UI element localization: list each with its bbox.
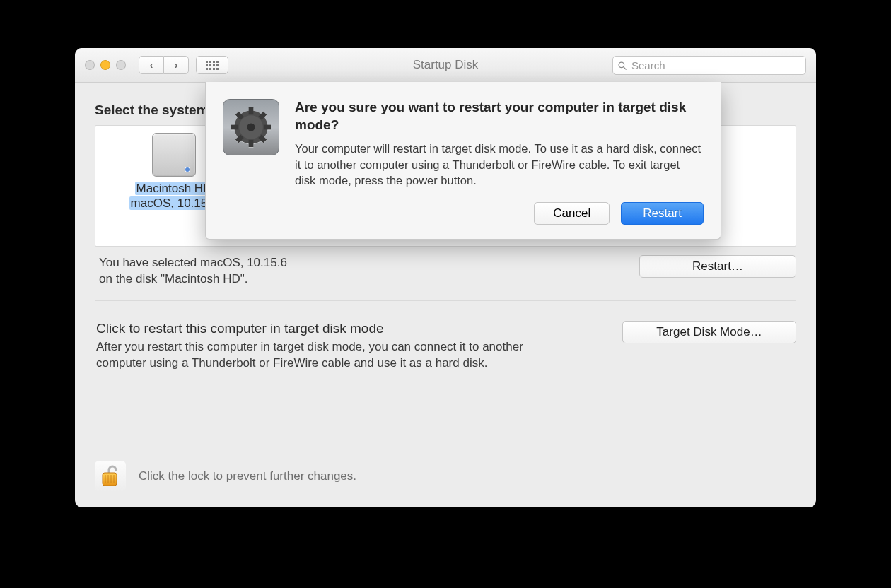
divider (95, 300, 796, 301)
grid-icon (206, 61, 219, 70)
svg-line-1 (624, 66, 627, 69)
chevron-right-icon: › (175, 59, 178, 71)
window-zoom-button[interactable] (116, 60, 126, 70)
svg-rect-2 (103, 473, 117, 486)
target-disk-title: Click to restart this computer in target… (96, 321, 605, 336)
back-button[interactable]: ‹ (139, 56, 163, 74)
svg-point-17 (247, 123, 255, 131)
svg-rect-10 (231, 125, 238, 130)
window-close-button[interactable] (85, 60, 95, 70)
gear-icon (231, 107, 271, 147)
sheet-body: Are you sure you want to restart your co… (295, 99, 704, 225)
lock-help-text: Click the lock to prevent further change… (139, 469, 356, 483)
nav-group: ‹ › (139, 56, 189, 74)
selection-info-text: You have selected macOS, 10.15.6 on the … (95, 255, 622, 288)
svg-rect-11 (264, 125, 271, 130)
titlebar: ‹ › Startup Disk (75, 48, 816, 83)
lock-row: Click the lock to prevent further change… (95, 461, 356, 492)
unlocked-lock-icon (100, 464, 121, 488)
window-minimize-button[interactable] (100, 60, 110, 70)
lock-button[interactable] (95, 461, 126, 492)
target-disk-mode-button[interactable]: Target Disk Mode… (622, 321, 796, 343)
svg-rect-9 (249, 140, 254, 147)
target-disk-description: After you restart this computer in targe… (96, 339, 535, 372)
restart-button[interactable]: Restart… (639, 255, 796, 278)
chevron-left-icon: ‹ (150, 59, 153, 71)
show-all-button[interactable] (196, 56, 228, 74)
hard-drive-icon (152, 133, 196, 177)
search-icon (617, 61, 627, 71)
search-input[interactable] (630, 59, 801, 72)
sheet-title: Are you sure you want to restart your co… (295, 99, 704, 134)
svg-rect-8 (249, 107, 254, 114)
search-box[interactable] (612, 56, 806, 75)
system-preferences-icon (223, 99, 279, 155)
sheet-actions: Cancel Restart (295, 202, 704, 225)
traffic-lights (85, 60, 126, 70)
confirm-restart-button[interactable]: Restart (621, 202, 704, 225)
sheet-description: Your computer will restart in target dis… (295, 141, 704, 188)
target-disk-section: Click to restart this computer in target… (95, 321, 796, 372)
disk-name: Macintosh HD (135, 182, 214, 195)
cancel-button[interactable]: Cancel (534, 202, 610, 225)
forward-button[interactable]: › (163, 56, 189, 74)
confirm-restart-sheet: Are you sure you want to restart your co… (205, 82, 721, 240)
